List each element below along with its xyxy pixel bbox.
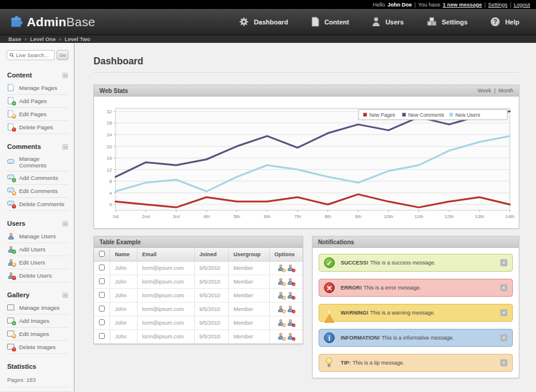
- sidebar-item-delete-comments[interactable]: −Delete Comments: [7, 198, 68, 211]
- cell-usergroup: Member: [229, 262, 270, 275]
- breadcrumb-item-2[interactable]: Level One: [30, 36, 56, 42]
- logout-link[interactable]: Logout: [513, 2, 530, 8]
- new-message-link[interactable]: 1 new message: [442, 2, 482, 8]
- column-header-name[interactable]: Name: [110, 248, 138, 262]
- settings-link[interactable]: Settings: [488, 2, 508, 8]
- notifications-title: Notifications: [318, 239, 354, 245]
- svg-text:8th: 8th: [325, 214, 331, 219]
- sidebar-item-manage-images[interactable]: Manage Images: [7, 301, 68, 315]
- user-icon: ✎: [7, 259, 15, 266]
- svg-text:4th: 4th: [203, 214, 210, 219]
- sidebar-item-edit-pages[interactable]: ✎Edit Pages: [7, 108, 68, 121]
- help-icon: ?: [490, 17, 500, 27]
- row-checkbox[interactable]: [99, 278, 105, 284]
- collapse-icon[interactable]: [63, 144, 68, 150]
- warning-triangle-icon: [324, 307, 335, 318]
- edit-user-icon[interactable]: ✎: [278, 319, 285, 326]
- delete-user-icon[interactable]: −: [287, 333, 294, 340]
- search-go-button[interactable]: Go: [57, 50, 68, 60]
- nav-item-settings[interactable]: Settings: [426, 17, 468, 27]
- delete-user-icon[interactable]: −: [287, 278, 294, 285]
- edit-user-icon[interactable]: ✎: [278, 333, 285, 340]
- close-icon[interactable]: ×: [500, 334, 507, 341]
- sidebar-item-manage-pages[interactable]: Manage Pages: [7, 82, 68, 95]
- bubble-icon: −: [7, 200, 15, 208]
- search-input[interactable]: [16, 52, 52, 58]
- logo[interactable]: AdminBase: [8, 13, 95, 31]
- row-checkbox[interactable]: [99, 333, 105, 339]
- sidebar-item-add-comments[interactable]: +Add Comments: [7, 172, 68, 185]
- add-badge-icon: +: [12, 250, 16, 254]
- nav-item-content[interactable]: Content: [311, 17, 350, 27]
- breadcrumb-item-3[interactable]: Level Two: [65, 36, 91, 42]
- svg-text:14th: 14th: [505, 214, 515, 219]
- collapse-icon[interactable]: [63, 221, 68, 226]
- notification-tip: TIP:This is a tip message.×: [319, 354, 513, 372]
- close-icon[interactable]: ×: [500, 284, 507, 291]
- row-checkbox[interactable]: [99, 319, 105, 325]
- svg-text:2nd: 2nd: [142, 214, 149, 219]
- row-checkbox[interactable]: [99, 292, 105, 298]
- nav-item-help[interactable]: ?Help: [490, 17, 519, 27]
- row-checkbox[interactable]: [99, 306, 105, 312]
- cell-joined: 9/5/2010: [194, 262, 228, 275]
- edit-user-icon[interactable]: ✎: [278, 265, 285, 272]
- cell-usergroup: Member: [229, 303, 270, 316]
- sidebar-item-add-users[interactable]: +Add Users: [7, 243, 68, 256]
- statistics-title: Statistics: [7, 363, 36, 370]
- webstats-link-week[interactable]: Week: [478, 88, 491, 94]
- collapse-icon[interactable]: [63, 293, 68, 298]
- user-icon: [7, 232, 15, 240]
- bubble-icon: [7, 158, 15, 166]
- column-header-options[interactable]: Options: [269, 248, 303, 262]
- sidebar-item-edit-users[interactable]: ✎Edit Users: [7, 256, 68, 269]
- delete-user-icon[interactable]: −: [287, 292, 294, 299]
- sidebar-section-content: ContentManage Pages+Add Pages✎Edit Pages…: [7, 70, 68, 134]
- webstats-range-links: Week|Month: [478, 88, 513, 94]
- sidebar-item-manage-comments[interactable]: Manage Comments: [7, 153, 68, 172]
- column-header-email[interactable]: Email: [137, 248, 194, 262]
- sidebar-item-add-images[interactable]: +Add Images: [7, 315, 68, 328]
- close-icon[interactable]: ×: [500, 259, 507, 266]
- close-icon[interactable]: ×: [500, 359, 507, 366]
- cell-email: lorm@ipsum.com: [137, 303, 194, 316]
- svg-text:3rd: 3rd: [173, 214, 180, 219]
- webstats-link-month[interactable]: Month: [498, 88, 513, 94]
- select-all-checkbox[interactable]: [99, 251, 105, 257]
- edit-user-icon[interactable]: ✎: [278, 306, 285, 313]
- svg-text:?: ?: [494, 18, 497, 25]
- sidebar-item-delete-pages[interactable]: −Delete Pages: [7, 121, 68, 134]
- edit-user-icon[interactable]: ✎: [278, 292, 285, 299]
- svg-text:New Pages: New Pages: [369, 112, 395, 118]
- delete-user-icon[interactable]: −: [287, 306, 294, 313]
- column-header-joined[interactable]: Joined: [194, 248, 228, 262]
- sidebar-item-edit-comments[interactable]: ✎Edit Comments: [7, 185, 68, 198]
- breadcrumb-item-1[interactable]: Base: [8, 36, 21, 42]
- sidebar-item-edit-images[interactable]: ✎Edit Images: [7, 328, 68, 341]
- edit-user-icon[interactable]: ✎: [278, 278, 285, 285]
- user-name: John Doe: [388, 2, 412, 8]
- row-checkbox[interactable]: [99, 265, 105, 270]
- cell-name: John: [110, 303, 138, 316]
- sidebar-item-manage-users[interactable]: Manage Users: [7, 230, 68, 243]
- sidebar-item-delete-images[interactable]: −Delete Images: [7, 341, 68, 354]
- sidebar-item-delete-users[interactable]: −Delete Users: [7, 269, 68, 282]
- section-title: Content: [7, 71, 32, 79]
- svg-text:28: 28: [107, 120, 112, 126]
- webstats-line-chart: 0481216202428321st2nd3rd4th5th6th7th8th9…: [96, 101, 516, 223]
- sidebar-item-add-pages[interactable]: +Add Pages: [7, 95, 68, 108]
- sidebar-section-gallery: GalleryManage Images+Add Images✎Edit Ima…: [7, 290, 68, 354]
- svg-text:4: 4: [110, 191, 113, 196]
- main-nav: DashboardContentUsersSettings?Help: [239, 17, 525, 27]
- delete-user-icon[interactable]: −: [287, 265, 294, 272]
- collapse-icon[interactable]: [63, 73, 68, 78]
- nav-item-dashboard[interactable]: Dashboard: [239, 17, 288, 27]
- delete-user-icon[interactable]: −: [287, 319, 294, 326]
- cell-name: John: [110, 289, 138, 303]
- column-header-usergroup[interactable]: Usergroup: [229, 248, 270, 262]
- svg-text:7th: 7th: [294, 214, 301, 219]
- statistics-section: Statistics Pages: 183Comments: 432Users:…: [7, 361, 68, 392]
- nav-item-users[interactable]: Users: [372, 17, 404, 27]
- edit-badge-icon: ✎: [12, 263, 16, 267]
- close-icon[interactable]: ×: [500, 309, 507, 316]
